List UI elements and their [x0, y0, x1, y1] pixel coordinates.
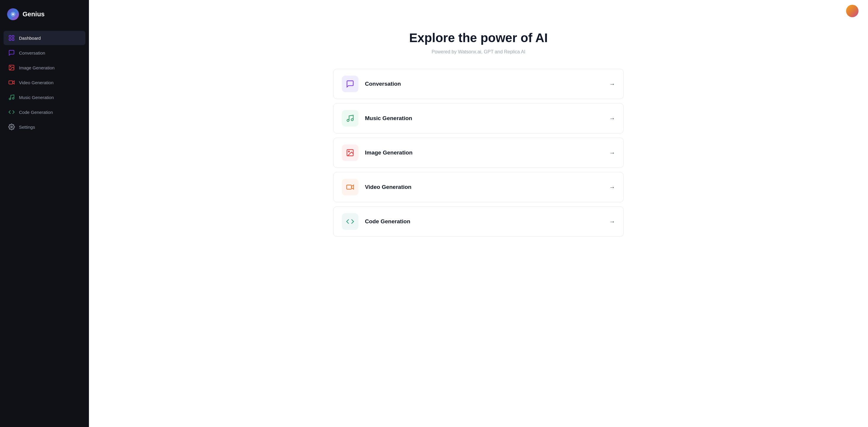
- card-label-music: Music Generation: [365, 115, 412, 122]
- card-icon-bg-video: [342, 179, 359, 195]
- card-arrow-conversation: →: [609, 81, 615, 88]
- sidebar-item-image-generation[interactable]: Image Generation: [4, 60, 85, 75]
- svg-point-6: [10, 66, 11, 67]
- sidebar-item-label-music: Music Generation: [19, 95, 54, 100]
- card-icon-bg-music: [342, 110, 359, 127]
- card-icon-bg-image: [342, 144, 359, 161]
- card-icon-video: [346, 183, 354, 191]
- card-left-video: Video Generation: [342, 179, 411, 195]
- sidebar-item-label-video: Video Generation: [19, 80, 53, 85]
- music-generation-icon: [8, 94, 15, 100]
- page-subtitle: Powered by Watsonx.ai, GPT and Replica A…: [432, 49, 526, 55]
- card-label-code: Code Generation: [365, 218, 410, 225]
- image-generation-icon: [8, 64, 15, 71]
- svg-rect-7: [9, 81, 13, 84]
- card-code-generation[interactable]: Code Generation →: [333, 206, 624, 237]
- card-conversation[interactable]: Conversation →: [333, 69, 624, 99]
- sidebar-item-label-image: Image Generation: [19, 65, 55, 70]
- svg-rect-15: [346, 185, 351, 189]
- card-left-code: Code Generation: [342, 213, 410, 230]
- dashboard-icon: [8, 35, 15, 41]
- logo-area: Genius: [0, 0, 89, 28]
- sidebar-item-label-conversation: Conversation: [19, 51, 45, 56]
- svg-rect-2: [12, 36, 14, 37]
- card-left-image: Image Generation: [342, 144, 413, 161]
- sidebar-item-settings[interactable]: Settings: [4, 120, 85, 134]
- card-video-generation[interactable]: Video Generation →: [333, 172, 624, 202]
- settings-icon: [8, 124, 15, 130]
- card-left-music: Music Generation: [342, 110, 412, 127]
- logo-icon: [7, 8, 19, 20]
- sidebar-item-video-generation[interactable]: Video Generation: [4, 75, 85, 90]
- video-generation-icon: [8, 79, 15, 86]
- page-title: Explore the power of AI: [409, 31, 548, 45]
- card-icon-bg-conversation: [342, 75, 359, 92]
- card-arrow-music: →: [609, 115, 615, 122]
- card-music-generation[interactable]: Music Generation →: [333, 103, 624, 133]
- card-icon-conversation: [346, 80, 354, 88]
- card-label-conversation: Conversation: [365, 81, 401, 87]
- sidebar-item-label-dashboard: Dashboard: [19, 36, 41, 41]
- svg-point-10: [11, 126, 12, 128]
- svg-rect-4: [12, 38, 14, 40]
- svg-point-11: [347, 120, 349, 122]
- content-area: Explore the power of AI Powered by Watso…: [89, 22, 868, 427]
- sidebar-item-label-code: Code Generation: [19, 110, 53, 115]
- card-icon-image: [346, 149, 354, 157]
- logo-title: Genius: [23, 10, 45, 18]
- card-icon-music: [346, 114, 354, 122]
- sidebar-item-conversation[interactable]: Conversation: [4, 45, 85, 60]
- cards-list: Conversation → Music Generation: [333, 69, 624, 237]
- svg-point-14: [348, 151, 349, 152]
- svg-point-12: [351, 119, 353, 121]
- sidebar: Genius Dashboard Conversation: [0, 0, 89, 427]
- topbar: [89, 0, 868, 22]
- svg-point-8: [9, 98, 11, 100]
- svg-rect-1: [9, 36, 11, 37]
- code-generation-icon: [8, 109, 15, 115]
- sidebar-nav: Dashboard Conversation Image Generation: [0, 28, 89, 136]
- sidebar-item-dashboard[interactable]: Dashboard: [4, 31, 85, 45]
- card-image-generation[interactable]: Image Generation →: [333, 138, 624, 168]
- sidebar-item-code-generation[interactable]: Code Generation: [4, 105, 85, 119]
- svg-point-9: [12, 97, 14, 99]
- svg-rect-3: [9, 38, 11, 40]
- card-arrow-image: →: [609, 149, 615, 156]
- card-icon-code: [346, 217, 354, 226]
- main-content: Explore the power of AI Powered by Watso…: [89, 0, 868, 427]
- card-icon-bg-code: [342, 213, 359, 230]
- sidebar-item-music-generation[interactable]: Music Generation: [4, 90, 85, 104]
- card-arrow-code: →: [609, 218, 615, 225]
- sidebar-item-label-settings: Settings: [19, 125, 35, 129]
- card-left-conversation: Conversation: [342, 75, 401, 92]
- card-label-video: Video Generation: [365, 184, 411, 190]
- conversation-icon: [8, 50, 15, 56]
- card-arrow-video: →: [609, 184, 615, 191]
- user-avatar[interactable]: [846, 5, 859, 17]
- card-label-image: Image Generation: [365, 149, 413, 156]
